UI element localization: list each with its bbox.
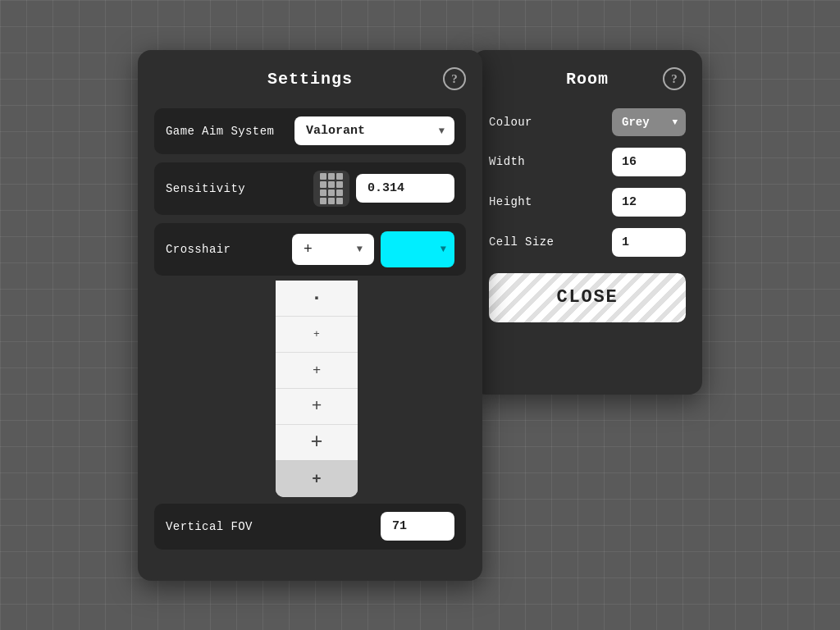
settings-panel: Settings ? Game Aim System Valorant CS:G… [138, 50, 482, 581]
game-aim-system-select[interactable]: Valorant CS:GO Apex Overwatch [294, 116, 454, 145]
calc-cell [336, 181, 343, 188]
height-input[interactable] [612, 188, 686, 217]
cell-size-label: Cell Size [489, 235, 612, 249]
height-row: Height [489, 188, 686, 217]
colour-row: Colour Grey White Black Blue ▼ [489, 108, 686, 136]
room-panel: Room ? Colour Grey White Black Blue ▼ Wi… [472, 50, 702, 395]
calc-cell [320, 189, 326, 196]
room-help-icon[interactable]: ? [663, 67, 686, 90]
plus-md-symbol: + [313, 363, 321, 378]
calc-cell [328, 189, 335, 196]
plus-sm-symbol: + [313, 328, 320, 340]
crosshair-option-plus-lg[interactable]: + [276, 389, 358, 425]
calc-cell [336, 173, 343, 180]
room-title: Room [566, 70, 609, 89]
vertical-fov-label: Vertical FOV [166, 520, 381, 533]
calculator-icon[interactable] [313, 171, 349, 207]
width-input[interactable] [612, 148, 686, 176]
crosshair-option-plus-xl[interactable]: + [276, 425, 358, 461]
width-label: Width [489, 155, 612, 168]
crosshair-shape-dropdown-wrapper: + ▼ [292, 234, 374, 265]
game-aim-system-label: Game Aim System [166, 125, 294, 138]
crosshair-option-plus-md[interactable]: + [276, 353, 358, 389]
calc-cell [336, 189, 343, 196]
crosshair-shape-btn[interactable]: + ▼ [292, 234, 374, 265]
crosshair-label: Crosshair [166, 243, 292, 256]
settings-help-icon[interactable]: ? [443, 67, 466, 90]
height-label: Height [489, 195, 612, 208]
crosshair-row: Crosshair + ▼ ▼ [154, 223, 466, 276]
panels-wrapper: Settings ? Game Aim System Valorant CS:G… [138, 50, 702, 581]
crosshair-shape-chevron-icon: ▼ [357, 244, 363, 255]
width-row: Width [489, 148, 686, 176]
close-button[interactable]: CLOSE [489, 273, 686, 322]
colour-label: Colour [489, 116, 612, 129]
sensitivity-label: Sensitivity [166, 182, 313, 195]
crosshair-shape-symbol: + [304, 241, 313, 258]
calc-cell [328, 181, 335, 188]
crosshair-color-picker[interactable]: ▼ [381, 231, 454, 267]
plus-lg-symbol: + [312, 397, 322, 416]
sensitivity-control [313, 171, 454, 207]
calc-cell [320, 173, 326, 180]
sensitivity-row: Sensitivity [154, 162, 466, 215]
crosshair-option-dot[interactable]: · [276, 281, 358, 317]
calc-cell [328, 173, 335, 180]
cell-size-row: Cell Size [489, 228, 686, 257]
color-picker-chevron-icon: ▼ [441, 244, 446, 255]
game-aim-system-dropdown-wrapper: Valorant CS:GO Apex Overwatch ▼ [294, 116, 454, 145]
calc-cell [336, 198, 343, 204]
crosshair-control: + ▼ ▼ [292, 231, 454, 267]
crosshair-option-selected[interactable]: + [276, 461, 358, 497]
calc-cell [328, 198, 335, 204]
game-aim-system-row: Game Aim System Valorant CS:GO Apex Over… [154, 108, 466, 154]
sensitivity-input[interactable] [356, 174, 454, 203]
settings-header: Settings ? [154, 70, 466, 89]
game-aim-system-control: Valorant CS:GO Apex Overwatch ▼ [294, 116, 454, 145]
vertical-fov-input[interactable] [381, 512, 454, 541]
calc-cell [320, 181, 326, 188]
calc-grid [320, 173, 343, 204]
dot-symbol: · [311, 287, 322, 309]
colour-select[interactable]: Grey White Black Blue [612, 108, 686, 136]
room-header: Room ? [489, 70, 686, 89]
close-btn-label: CLOSE [557, 287, 619, 308]
plus-sel-symbol: + [312, 470, 321, 488]
cell-size-input[interactable] [612, 228, 686, 257]
calc-cell [320, 198, 326, 204]
settings-title: Settings [267, 70, 353, 89]
plus-xl-symbol: + [310, 431, 322, 454]
crosshair-option-plus-sm[interactable]: + [276, 317, 358, 353]
colour-dropdown-wrapper: Grey White Black Blue ▼ [612, 108, 686, 136]
vertical-fov-row: Vertical FOV [154, 504, 466, 550]
vertical-fov-control [381, 512, 454, 541]
crosshair-options-list: · + + + + + [276, 281, 358, 497]
crosshair-dropdown-open: · + + + + + [154, 281, 466, 497]
